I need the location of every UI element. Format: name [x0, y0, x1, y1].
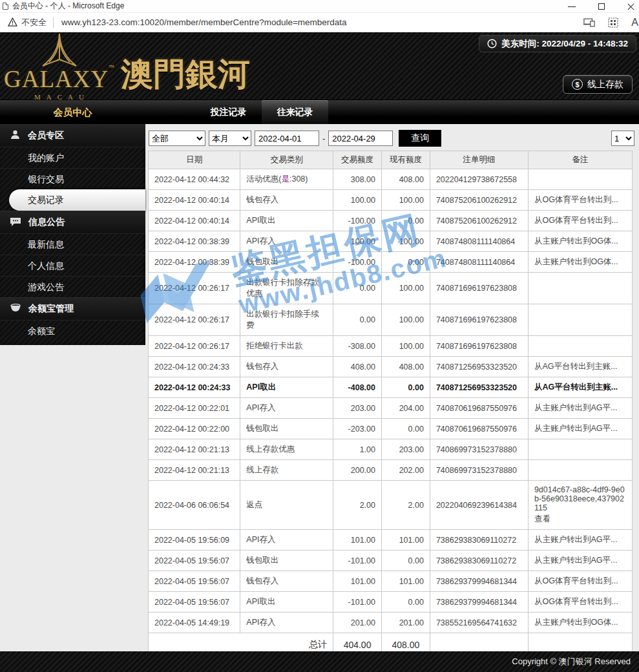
cell-type: 线上存款优惠: [240, 439, 333, 460]
sidebar-section-header[interactable]: 余额宝管理: [0, 297, 145, 320]
security-label[interactable]: 不安全: [21, 17, 47, 28]
cell-remark: 从OG体育平台转出到...: [528, 211, 632, 231]
table-row: 2022-04-06 06:06:54返点2.002.0020220406923…: [149, 481, 633, 530]
cell-balance: 100.00: [381, 190, 430, 211]
view-link[interactable]: 查看: [534, 514, 626, 525]
table-row: 2022-04-05 19:56:07钱包取出-101.000.00738629…: [149, 551, 633, 571]
cell-date: 2022-04-12 00:22:00: [149, 419, 240, 439]
cell-order-detail: 202204129738672558: [430, 169, 528, 190]
total-empty-cell: [528, 633, 632, 652]
sidebar-section-header[interactable]: 会员专区: [0, 124, 145, 147]
cell-balance: 0.00: [381, 252, 430, 273]
cell-amount: 408.00: [333, 357, 382, 377]
wallet-icon: [10, 303, 21, 315]
url-input[interactable]: www.yh123-23.com:10020/member/memberCent…: [61, 17, 347, 27]
cell-amount: 0.00: [333, 304, 382, 336]
cell-date: 2022-04-12 00:26:17: [149, 304, 240, 336]
cell-order-detail: 740870619687550976: [430, 398, 528, 419]
sidebar-section-header[interactable]: 信息公告: [0, 211, 145, 233]
cell-order-detail: 740869973152378880: [430, 439, 528, 460]
nav-tab[interactable]: 往来记录: [262, 100, 328, 124]
apps-grid-icon[interactable]: [608, 17, 618, 28]
cell-remark: 从主账户转出到OG体...: [528, 252, 632, 273]
cell-balance: 202.00: [381, 460, 430, 481]
cell-balance: 0.00: [381, 377, 430, 398]
logo-chinese-text: 澳門銀河: [121, 58, 250, 90]
cell-balance: 408.00: [381, 357, 430, 377]
cell-date: 2022-04-12 00:40:14: [149, 190, 240, 211]
user-icon: [10, 129, 21, 142]
cell-order-detail: 740871696197623808: [430, 273, 528, 304]
table-row: 2022-04-12 00:40:14钱包存入100.00100.0074087…: [149, 190, 633, 211]
promo-link[interactable]: 是: [281, 174, 289, 184]
profile-avatar[interactable]: A: [631, 17, 638, 28]
date-from-input[interactable]: [255, 131, 319, 146]
total-label: 总计: [149, 633, 333, 652]
minimize-button[interactable]: [567, 1, 577, 12]
sidebar-item[interactable]: 游戏公告: [0, 276, 145, 297]
sidebar-item[interactable]: 银行交易: [0, 168, 145, 189]
cell-order-detail: 738552169564741632: [430, 613, 528, 633]
close-button[interactable]: [626, 1, 636, 12]
cell-date: 2022-04-12 00:26:17: [149, 336, 240, 357]
cell-remark: 从主账户转出到AG平...: [528, 530, 632, 551]
copyright-text: Copyright © 澳门银河 Reserved: [512, 656, 631, 666]
sidebar-section-label: 会员专区: [28, 130, 64, 142]
search-button[interactable]: 查询: [399, 130, 441, 147]
cell-amount: 203.00: [333, 398, 382, 419]
clock-icon: [487, 39, 497, 48]
site-header: GALAXY™ MACAU 澳門銀河 美东时间: 2022/04/29 - 14…: [0, 32, 639, 100]
maximize-button[interactable]: [596, 1, 607, 12]
cell-amount: 201.00: [333, 613, 382, 633]
cell-order-detail: 738629379994681344: [430, 592, 528, 613]
table-head: 日期交易类别交易额度现有额度注单明细备注: [149, 151, 633, 169]
send-to-device-icon[interactable]: [583, 18, 595, 27]
total-empty-cell: [430, 633, 528, 652]
table-row: 2022-04-05 14:49:19API存入201.00201.007385…: [149, 613, 633, 633]
cell-remark: 从AG平台转出到主账...: [528, 377, 632, 398]
sidebar-item[interactable]: 交易记录: [9, 189, 145, 211]
online-deposit-button[interactable]: $ 线上存款: [563, 75, 633, 94]
not-secure-warning-icon: [8, 17, 17, 27]
sidebar-item[interactable]: 余额宝: [0, 320, 145, 341]
cell-type: 返点: [240, 481, 333, 530]
server-time-text: 美东时间: 2022/04/29 - 14:48:32: [501, 38, 628, 50]
sidebar-item[interactable]: 我的账户: [0, 147, 145, 168]
cell-remark: [528, 460, 632, 481]
cell-amount: -101.00: [333, 551, 382, 571]
cell-balance: 0.00: [381, 592, 430, 613]
sidebar-item[interactable]: 最新信息: [0, 233, 145, 255]
browser-addressbar: 不安全 www.yh123-23.com:10020/member/member…: [0, 13, 639, 32]
cell-amount: 2.00: [333, 481, 382, 530]
table-total-row: 总计404.00408.00: [149, 633, 633, 652]
cell-order-detail: 740874808111140864: [430, 231, 528, 252]
page-select[interactable]: 1: [611, 131, 634, 146]
content-area: 会员专区我的账户银行交易交易记录信息公告最新信息个人信息游戏公告余额宝管理余额宝…: [0, 124, 639, 651]
filter-period-select[interactable]: 本月: [209, 131, 251, 146]
cell-type: 拒绝银行卡出款: [240, 336, 333, 357]
nav-bar: 会员中心 投注记录往来记录: [0, 100, 639, 124]
table-row: 2022-04-12 00:26:17出款银行卡扣除手续费0.00100.007…: [149, 304, 633, 336]
sidebar: 会员专区我的账户银行交易交易记录信息公告最新信息个人信息游戏公告余额宝管理余额宝: [0, 124, 145, 651]
cell-amount: -101.00: [333, 592, 382, 613]
cell-type: API存入: [240, 398, 333, 419]
cell-type: 钱包取出: [240, 551, 333, 571]
filter-type-select[interactable]: 全部: [149, 131, 205, 146]
cell-order-detail: 738629383069110272: [430, 530, 528, 551]
cell-date: 2022-04-12 00:40:14: [149, 211, 240, 231]
nav-tab[interactable]: 投注记录: [195, 100, 262, 124]
date-to-input[interactable]: [328, 131, 393, 146]
cell-type: 活动优惠(是:308): [240, 169, 333, 190]
table-row: 2022-04-12 00:26:17出款银行卡扣除存款优惠0.00100.00…: [149, 273, 633, 304]
cell-remark: 从OG体育平台转出到...: [528, 571, 632, 592]
sidebar-item[interactable]: 个人信息: [0, 255, 145, 276]
cell-order-detail: 740870619687550976: [430, 419, 528, 439]
cell-amount: 1.00: [333, 439, 382, 460]
cell-balance: 100.00: [381, 231, 430, 252]
cell-order-detail: 740871256953323520: [430, 357, 528, 377]
column-header: 交易额度: [333, 151, 382, 169]
cell-type: API取出: [240, 211, 333, 231]
addressbar-icons: A: [583, 17, 633, 28]
cell-balance: 101.00: [381, 571, 430, 592]
table-row: 2022-04-05 19:56:07API取出-101.000.0073862…: [149, 592, 633, 613]
